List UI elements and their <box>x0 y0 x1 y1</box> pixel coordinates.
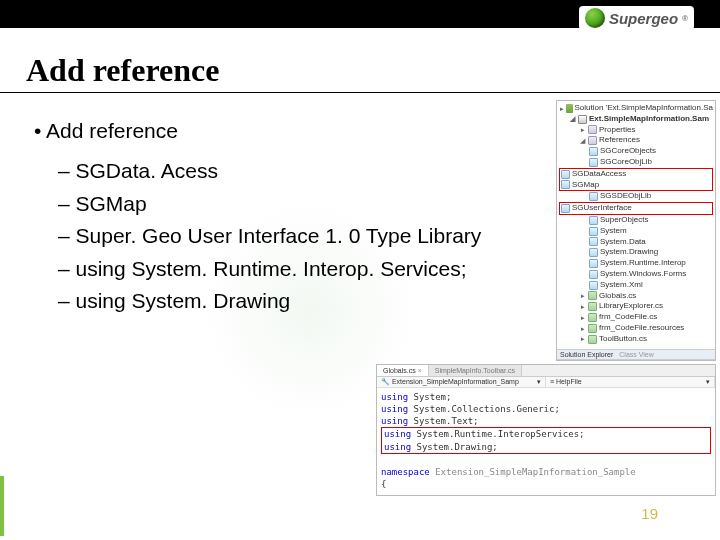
tree-ref-item[interactable]: System.Xml <box>559 280 713 291</box>
member-dropdown[interactable]: ≡ HelpFile▾ <box>546 377 715 387</box>
tree-project[interactable]: ◢Ext.SimpleMapInformation.Sam <box>559 114 713 125</box>
cs-file-icon <box>588 335 597 344</box>
tree-ref-item[interactable]: SGSDEObjLib <box>559 191 713 202</box>
title-underline <box>0 92 720 93</box>
solution-icon <box>566 104 572 113</box>
tab-class-view[interactable]: Class View <box>619 351 654 358</box>
close-icon[interactable]: × <box>418 367 422 374</box>
editor-nav-bar: 🔧 Extension_SimpleMapInformation_Samp▾ ≡… <box>377 377 715 388</box>
highlighted-refs-1: SGDataAccess SGMap <box>559 168 713 192</box>
sub-item: – SGMap <box>58 189 554 219</box>
slide-content: • Add reference – SGData. Acess – SGMap … <box>34 116 554 319</box>
assembly-icon <box>589 237 598 246</box>
code-text[interactable]: using System; using System.Collections.G… <box>377 388 715 493</box>
tree-ref-item[interactable]: System <box>559 226 713 237</box>
chevron-down-icon: ▾ <box>706 378 710 386</box>
highlighted-refs-2: SGUserInterface <box>559 202 713 215</box>
globe-icon <box>585 8 605 28</box>
tree-ref-item[interactable]: SGUserInterface <box>561 203 711 214</box>
assembly-icon <box>561 204 570 213</box>
tree-ref-item[interactable]: SuperObjects <box>559 215 713 226</box>
tree-ref-item[interactable]: SGCoreObjLib <box>559 157 713 168</box>
code-editor-panel: Globals.cs × SimpleMapInfo.Toolbar.cs 🔧 … <box>376 364 716 496</box>
tab-solution-explorer[interactable]: Solution Explorer <box>560 351 613 358</box>
tree-ref-item[interactable]: System.Data <box>559 237 713 248</box>
cs-file-icon <box>588 313 597 322</box>
assembly-icon <box>561 170 570 179</box>
tree-references[interactable]: ◢References <box>559 135 713 146</box>
tree-cs-item[interactable]: ▸Globals.cs <box>559 291 713 302</box>
project-icon <box>578 115 587 124</box>
tree-ref-item[interactable]: System.Runtime.Interop <box>559 258 713 269</box>
solution-explorer-panel: ▸Solution 'Ext.SimpleMapInformation.Sa ◢… <box>556 100 716 361</box>
logo-text: Supergeo <box>609 10 678 27</box>
assembly-icon <box>589 147 598 156</box>
tree-cs-item[interactable]: ▸frm_CodeFile.resources <box>559 323 713 334</box>
tree-ref-item[interactable]: SGDataAccess <box>561 169 711 180</box>
slide-title: Add reference <box>26 52 219 89</box>
assembly-icon <box>589 248 598 257</box>
bullet-text: Add reference <box>46 119 178 142</box>
green-side-bar <box>0 476 4 536</box>
assembly-icon <box>589 216 598 225</box>
assembly-icon <box>589 281 598 290</box>
editor-tab-strip: Globals.cs × SimpleMapInfo.Toolbar.cs <box>377 365 715 377</box>
supergeo-logo: Supergeo ® <box>579 6 694 30</box>
assembly-icon <box>589 158 598 167</box>
chevron-down-icon: ▾ <box>537 378 541 386</box>
cs-file-icon <box>588 302 597 311</box>
tree-solution[interactable]: ▸Solution 'Ext.SimpleMapInformation.Sa <box>559 103 713 114</box>
sol-tab-strip: Solution Explorer Class View <box>557 349 715 360</box>
tree-ref-item[interactable]: SGMap <box>561 180 711 191</box>
folder-icon <box>588 125 597 134</box>
sub-list: – SGData. Acess – SGMap – Super. Geo Use… <box>58 156 554 316</box>
editor-tab-active[interactable]: Globals.cs × <box>377 365 429 376</box>
tree-ref-item[interactable]: SGCoreObjects <box>559 146 713 157</box>
tree-ref-item[interactable]: System.Windows.Forms <box>559 269 713 280</box>
assembly-icon <box>589 270 598 279</box>
sub-item: – Super. Geo User Interface 1. 0 Type Li… <box>58 221 554 251</box>
sub-item: – using System. Runtime. Interop. Servic… <box>58 254 554 284</box>
assembly-icon <box>589 192 598 201</box>
bullet-main: • Add reference <box>34 116 554 146</box>
sub-item: – using System. Drawing <box>58 286 554 316</box>
page-number: 19 <box>641 505 658 522</box>
class-dropdown[interactable]: 🔧 Extension_SimpleMapInformation_Samp▾ <box>377 377 546 387</box>
assembly-icon <box>589 227 598 236</box>
editor-tab[interactable]: SimpleMapInfo.Toolbar.cs <box>429 365 522 376</box>
assembly-icon <box>589 259 598 268</box>
registered-mark: ® <box>682 14 688 23</box>
sub-item: – SGData. Acess <box>58 156 554 186</box>
tree-cs-item[interactable]: ▸frm_CodeFile.cs <box>559 312 713 323</box>
tree-properties[interactable]: ▸Properties <box>559 125 713 136</box>
references-icon <box>588 136 597 145</box>
assembly-icon <box>561 180 570 189</box>
highlighted-usings: using using System.Runtime.InteropServic… <box>381 427 711 453</box>
tree-cs-item[interactable]: ▸ToolButton.cs <box>559 334 713 345</box>
tree-ref-item[interactable]: System.Drawing <box>559 247 713 258</box>
tree-cs-item[interactable]: ▸LibraryExplorer.cs <box>559 301 713 312</box>
cs-file-icon <box>588 291 597 300</box>
cs-file-icon <box>588 324 597 333</box>
